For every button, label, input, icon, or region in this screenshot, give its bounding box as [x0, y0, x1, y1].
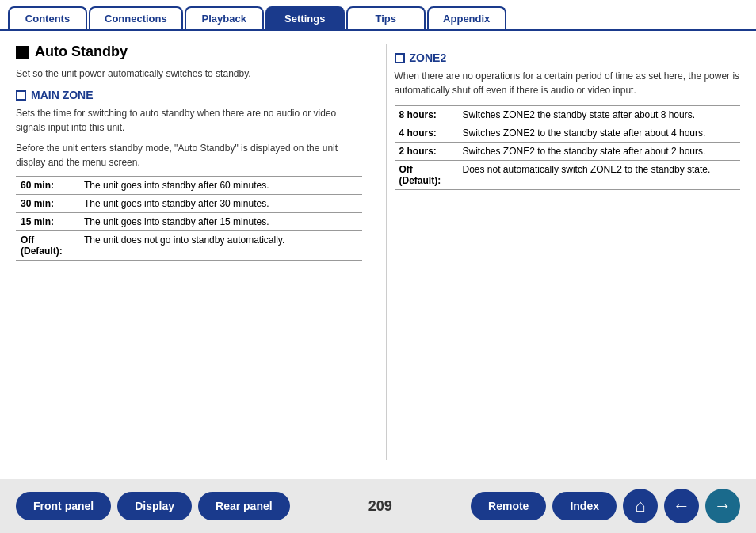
nav-tab-connections[interactable]: Connections — [89, 6, 183, 29]
nav-tab-playback[interactable]: Playback — [185, 6, 264, 29]
remote-button[interactable]: Remote — [471, 492, 546, 520]
main-zone-desc1: Sets the time for switching to auto stan… — [16, 106, 362, 135]
table-cell-label: 8 hours: — [395, 106, 458, 124]
zone2-table: 8 hours:Switches ZONE2 the standby state… — [395, 105, 741, 190]
main-content: Auto Standby Set so the unit power autom… — [0, 31, 756, 473]
checkbox-zone2-icon — [395, 53, 405, 63]
table-cell-value: The unit goes into standby after 30 minu… — [79, 195, 362, 213]
checkbox-icon — [16, 90, 26, 101]
top-nav: ContentsConnectionsPlaybackSettingsTipsA… — [0, 0, 756, 31]
table-row: 2 hours:Switches ZONE2 to the standby st… — [395, 143, 741, 161]
table-row: 60 min:The unit goes into standby after … — [16, 177, 362, 195]
nav-tab-appendix[interactable]: Appendix — [427, 6, 506, 29]
table-cell-value: Switches ZONE2 to the standby state afte… — [458, 143, 741, 161]
table-row: 15 min:The unit goes into standby after … — [16, 213, 362, 231]
bottom-nav: Front panel Display Rear panel 209 Remot… — [0, 479, 756, 533]
home-button[interactable]: ⌂ — [623, 489, 658, 523]
table-cell-value: The unit goes into standby after 15 minu… — [79, 213, 362, 231]
table-cell-label: Off(Default): — [16, 231, 79, 261]
table-row: Off(Default):The unit does not go into s… — [16, 231, 362, 261]
table-cell-value: The unit goes into standby after 60 minu… — [79, 177, 362, 195]
table-cell-value: The unit does not go into standby automa… — [79, 231, 362, 261]
index-button[interactable]: Index — [552, 492, 617, 520]
left-column: Auto Standby Set so the unit power autom… — [16, 44, 370, 460]
table-row: 8 hours:Switches ZONE2 the standby state… — [395, 106, 741, 124]
table-cell-value: Switches ZONE2 to the standby state afte… — [458, 124, 741, 143]
auto-standby-intro: Set so the unit power automatically swit… — [16, 67, 362, 81]
right-column: ZONE2 When there are no operations for a… — [386, 44, 741, 460]
table-row: 4 hours:Switches ZONE2 to the standby st… — [395, 124, 741, 143]
square-bullet-icon — [16, 46, 29, 59]
display-button[interactable]: Display — [117, 492, 192, 520]
table-cell-label: 60 min: — [16, 177, 79, 195]
rear-panel-button[interactable]: Rear panel — [198, 492, 290, 520]
page-number: 209 — [304, 498, 456, 515]
zone2-desc: When there are no operations for a certa… — [395, 69, 741, 97]
main-zone-title: MAIN ZONE — [16, 89, 362, 101]
table-cell-value: Does not automatically switch ZONE2 to t… — [458, 161, 741, 190]
nav-tab-tips[interactable]: Tips — [346, 6, 426, 29]
forward-button[interactable]: → — [705, 489, 740, 523]
table-cell-label: Off(Default): — [395, 161, 458, 190]
table-row: Off(Default):Does not automatically swit… — [395, 161, 741, 190]
nav-tab-settings[interactable]: Settings — [265, 6, 345, 29]
table-cell-label: 4 hours: — [395, 124, 458, 143]
auto-standby-title: Auto Standby — [16, 44, 362, 60]
front-panel-button[interactable]: Front panel — [16, 492, 111, 520]
back-button[interactable]: ← — [664, 489, 699, 523]
nav-tab-contents[interactable]: Contents — [8, 6, 87, 29]
table-cell-label: 2 hours: — [395, 143, 458, 161]
table-cell-value: Switches ZONE2 the standby state after a… — [458, 106, 741, 124]
zone2-title: ZONE2 — [395, 51, 741, 64]
table-cell-label: 15 min: — [16, 213, 79, 231]
table-cell-label: 30 min: — [16, 195, 79, 213]
table-row: 30 min:The unit goes into standby after … — [16, 195, 362, 213]
main-zone-table: 60 min:The unit goes into standby after … — [16, 176, 362, 261]
main-zone-desc2: Before the unit enters standby mode, "Au… — [16, 141, 362, 169]
